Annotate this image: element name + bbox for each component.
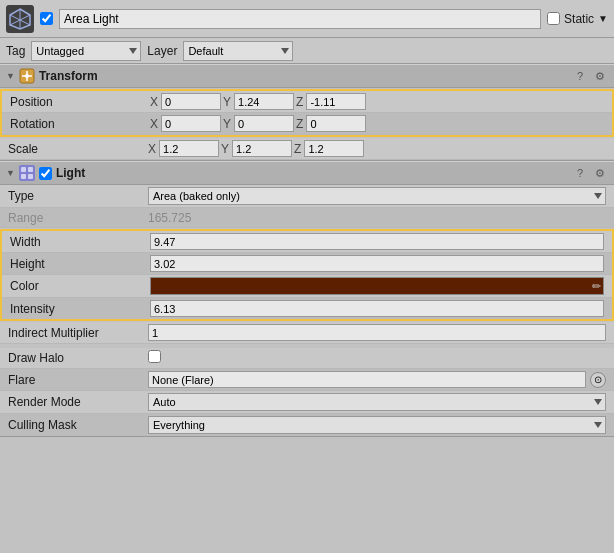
svg-rect-8: [21, 167, 26, 172]
position-y-axis: Y: [223, 95, 231, 109]
svg-point-6: [25, 74, 29, 78]
light-settings-btn[interactable]: ⚙: [592, 165, 608, 181]
flare-row: Flare ⊙: [0, 369, 614, 391]
scale-y-input[interactable]: [232, 140, 292, 157]
light-title: Light: [56, 166, 85, 180]
rotation-x-group: X: [150, 115, 221, 132]
width-row: Width: [2, 231, 612, 253]
pencil-icon: ✏: [592, 280, 601, 293]
color-value-wrap: ✏: [150, 277, 604, 295]
transform-title: Transform: [39, 69, 98, 83]
type-row: Type Area (baked only): [0, 185, 614, 208]
svg-rect-10: [21, 174, 26, 179]
rotation-row: Rotation X Y Z: [2, 113, 612, 135]
color-label: Color: [10, 279, 150, 293]
transform-collapse-arrow[interactable]: ▼: [6, 71, 15, 81]
transform-icon: [19, 68, 35, 84]
culling-mask-label: Culling Mask: [8, 418, 148, 432]
position-y-input[interactable]: [234, 93, 294, 110]
color-row: Color ✏: [2, 275, 612, 298]
width-input[interactable]: [150, 233, 604, 250]
scale-x-axis: X: [148, 142, 156, 156]
intensity-input[interactable]: [150, 300, 604, 317]
rotation-z-input[interactable]: [306, 115, 366, 132]
scale-z-group: Z: [294, 140, 364, 157]
scale-y-axis: Y: [221, 142, 229, 156]
tag-select[interactable]: Untagged: [31, 41, 141, 61]
svg-rect-11: [28, 174, 33, 179]
tag-layer-bar: Tag Untagged Layer Default: [0, 38, 614, 64]
indirect-value-wrap: [148, 324, 606, 341]
draw-halo-row: Draw Halo: [0, 348, 614, 369]
static-checkbox[interactable]: [547, 12, 560, 25]
position-x-axis: X: [150, 95, 158, 109]
rotation-y-group: Y: [223, 115, 294, 132]
transform-header: ▼ Transform ? ⚙: [0, 64, 614, 88]
position-x-input[interactable]: [161, 93, 221, 110]
object-active-checkbox[interactable]: [40, 12, 53, 25]
transform-settings-btn[interactable]: ⚙: [592, 68, 608, 84]
position-label: Position: [10, 95, 150, 109]
header-bar: Static ▼: [0, 0, 614, 38]
intensity-label: Intensity: [10, 302, 150, 316]
rotation-x-input[interactable]: [161, 115, 221, 132]
scale-x-group: X: [148, 140, 219, 157]
render-mode-label: Render Mode: [8, 395, 148, 409]
scale-x-input[interactable]: [159, 140, 219, 157]
light-enabled-checkbox[interactable]: [39, 167, 52, 180]
scale-y-group: Y: [221, 140, 292, 157]
layer-label: Layer: [147, 44, 177, 58]
unity-icon: [6, 5, 34, 33]
height-row: Height: [2, 253, 612, 275]
type-label: Type: [8, 189, 148, 203]
rotation-y-input[interactable]: [234, 115, 294, 132]
color-swatch[interactable]: ✏: [150, 277, 604, 295]
scale-z-axis: Z: [294, 142, 301, 156]
light-highlight-group: Width Height Color ✏ Intensity: [0, 229, 614, 321]
static-wrap: Static ▼: [547, 12, 608, 26]
culling-mask-select[interactable]: Everything: [148, 416, 606, 434]
culling-mask-row: Culling Mask Everything: [0, 414, 614, 436]
height-input[interactable]: [150, 255, 604, 272]
transform-help-btn[interactable]: ?: [572, 68, 588, 84]
indirect-label: Indirect Multiplier: [8, 326, 148, 340]
scale-label: Scale: [8, 142, 148, 156]
position-z-axis: Z: [296, 95, 303, 109]
rotation-y-axis: Y: [223, 117, 231, 131]
rotation-fields: X Y Z: [150, 115, 604, 132]
position-z-group: Z: [296, 93, 366, 110]
object-name-input[interactable]: [59, 9, 541, 29]
rotation-z-group: Z: [296, 115, 366, 132]
tag-label: Tag: [6, 44, 25, 58]
indirect-row: Indirect Multiplier: [0, 322, 614, 344]
range-row: Range 165.725: [0, 208, 614, 228]
flare-select-btn[interactable]: ⊙: [590, 372, 606, 388]
intensity-row: Intensity: [2, 298, 612, 319]
light-header-right: ? ⚙: [572, 165, 608, 181]
light-panel: ▼ Light ? ⚙ Type Area (baked only) Range…: [0, 161, 614, 437]
light-panel-icon: [19, 165, 35, 181]
width-label: Width: [10, 235, 150, 249]
indirect-input[interactable]: [148, 324, 606, 341]
static-dropdown-icon[interactable]: ▼: [598, 13, 608, 24]
transform-header-right: ? ⚙: [572, 68, 608, 84]
scale-row: Scale X Y Z: [0, 138, 614, 160]
position-z-input[interactable]: [306, 93, 366, 110]
flare-input[interactable]: [148, 371, 586, 388]
draw-halo-checkbox[interactable]: [148, 350, 161, 363]
transform-highlight-group: Position X Y Z Rotation: [0, 89, 614, 137]
draw-halo-value-wrap: [148, 350, 606, 366]
type-value-wrap: Area (baked only): [148, 187, 606, 205]
render-mode-select[interactable]: Auto: [148, 393, 606, 411]
flare-label: Flare: [8, 373, 148, 387]
rotation-label: Rotation: [10, 117, 150, 131]
culling-mask-value-wrap: Everything: [148, 416, 606, 434]
light-help-btn[interactable]: ?: [572, 165, 588, 181]
type-select[interactable]: Area (baked only): [148, 187, 606, 205]
scale-z-input[interactable]: [304, 140, 364, 157]
object-active-toggle[interactable]: [40, 12, 53, 25]
light-collapse-arrow[interactable]: ▼: [6, 168, 15, 178]
height-value-wrap: [150, 255, 604, 272]
layer-select[interactable]: Default: [183, 41, 293, 61]
transform-panel: ▼ Transform ? ⚙ Position X Y: [0, 64, 614, 161]
